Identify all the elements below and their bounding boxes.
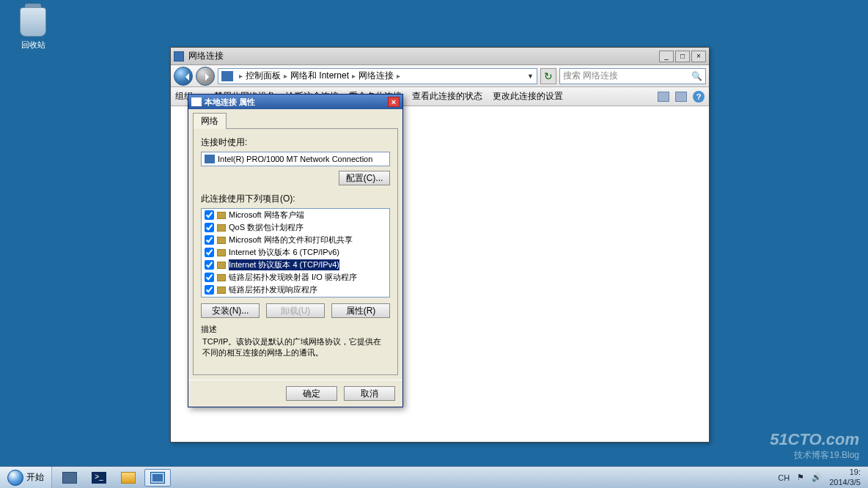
item-checkbox[interactable] [205, 210, 214, 220]
explorer-icon [121, 472, 136, 484]
taskbar-server-manager[interactable] [56, 469, 83, 487]
search-placeholder: 搜索 网络连接 [563, 70, 618, 82]
component-icon [217, 249, 226, 256]
dialog-icon [191, 97, 202, 106]
breadcrumb-3[interactable]: 网络连接 [358, 70, 394, 82]
window-icon [174, 51, 184, 62]
view-icon[interactable] [658, 92, 669, 102]
nav-bar: ▸ 控制面板 ▸ 网络和 Internet ▸ 网络连接 ▸ ▼ ↻ 搜索 网络… [171, 65, 709, 87]
description-text: TCP/IP。该协议是默认的广域网络协议，它提供在不同的相互连接的网络上的通讯。 [201, 335, 390, 367]
ok-button[interactable]: 确定 [286, 386, 337, 401]
address-dropdown[interactable]: ▼ [527, 73, 534, 80]
cancel-button[interactable]: 取消 [344, 386, 395, 401]
start-orb-icon [7, 470, 23, 486]
window-title: 网络连接 [188, 50, 224, 62]
tray-flag-icon[interactable]: ⚑ [797, 473, 804, 482]
clock-time: 19: [829, 467, 861, 477]
help-icon[interactable]: ? [693, 91, 705, 103]
preview-icon[interactable] [675, 92, 687, 102]
component-icon [217, 212, 226, 219]
component-icon [217, 286, 226, 294]
ime-indicator[interactable]: CH [778, 473, 790, 482]
server-icon [62, 472, 77, 484]
network-icon [150, 472, 165, 484]
refresh-button[interactable]: ↻ [540, 68, 556, 84]
list-item[interactable]: Microsoft 网络客户端 [202, 209, 389, 221]
taskbar: 开始 >_ CH ⚑ 🔊 19: 2014/3/5 [0, 466, 868, 488]
tray-volume-icon[interactable]: 🔊 [812, 473, 822, 482]
tab-network[interactable]: 网络 [193, 113, 227, 129]
configure-button[interactable]: 配置(C)... [339, 171, 390, 185]
toolbar-settings[interactable]: 更改此连接的设置 [493, 90, 563, 103]
nav-back-button[interactable] [174, 67, 193, 86]
close-button[interactable]: × [691, 51, 706, 62]
minimize-button[interactable]: _ [659, 51, 674, 62]
item-checkbox[interactable] [205, 273, 214, 282]
powershell-icon: >_ [92, 472, 106, 484]
item-checkbox[interactable] [205, 260, 214, 270]
start-button[interactable]: 开始 [0, 467, 52, 489]
breadcrumb-2[interactable]: 网络和 Internet [290, 70, 349, 82]
adapter-icon [205, 155, 215, 163]
search-icon[interactable]: 🔍 [691, 71, 702, 81]
description-label: 描述 [201, 324, 390, 335]
watermark: 51CTO.com 技术博客19.Blog [770, 430, 859, 462]
systray: CH ⚑ 🔊 19: 2014/3/5 [770, 467, 868, 487]
dialog-titlebar[interactable]: 本地连接 属性 × [188, 95, 402, 109]
dialog-title: 本地连接 属性 [205, 97, 255, 108]
component-icon [217, 262, 226, 269]
item-checkbox[interactable] [205, 248, 214, 257]
connect-using-label: 连接时使用: [201, 136, 390, 149]
adapter-field: Intel(R) PRO/1000 MT Network Connection [201, 152, 390, 166]
recycle-bin-icon [20, 7, 46, 37]
description-box: 描述 TCP/IP。该协议是默认的广域网络协议，它提供在不同的相互连接的网络上的… [201, 324, 390, 367]
component-icon [217, 224, 226, 232]
list-item[interactable]: QoS 数据包计划程序 [202, 221, 389, 234]
breadcrumb-1[interactable]: 控制面板 [246, 70, 281, 82]
taskbar-network[interactable] [144, 469, 171, 487]
uninstall-button: 卸载(U) [266, 303, 325, 318]
desktop-recycle-bin[interactable]: 回收站 [15, 7, 51, 51]
properties-dialog: 本地连接 属性 × 网络 连接时使用: Intel(R) PRO/1000 MT… [188, 94, 403, 407]
list-item[interactable]: 链路层拓扑发现映射器 I/O 驱动程序 [202, 271, 389, 284]
recycle-bin-label: 回收站 [15, 40, 51, 51]
start-label: 开始 [26, 471, 44, 484]
search-input[interactable]: 搜索 网络连接 🔍 [559, 68, 706, 84]
explorer-titlebar[interactable]: 网络连接 _ □ × [171, 48, 709, 65]
list-item[interactable]: Internet 协议版本 6 (TCP/IPv6) [202, 246, 389, 259]
nav-forward-button[interactable] [196, 67, 215, 86]
item-checkbox[interactable] [205, 235, 214, 245]
item-checkbox[interactable] [205, 285, 214, 295]
address-bar[interactable]: ▸ 控制面板 ▸ 网络和 Internet ▸ 网络连接 ▸ ▼ [218, 68, 537, 84]
dialog-close-button[interactable]: × [388, 97, 400, 107]
list-item-selected[interactable]: Internet 协议版本 4 (TCP/IPv4) [202, 259, 389, 271]
folder-icon [221, 71, 233, 81]
properties-button[interactable]: 属性(R) [331, 303, 390, 318]
taskbar-clock[interactable]: 19: 2014/3/5 [829, 467, 861, 487]
item-checkbox[interactable] [205, 223, 214, 232]
items-list: Microsoft 网络客户端 QoS 数据包计划程序 Microsoft 网络… [201, 208, 390, 297]
clock-date: 2014/3/5 [829, 478, 861, 487]
toolbar-status[interactable]: 查看此连接的状态 [412, 90, 482, 103]
list-item[interactable]: 链路层拓扑发现响应程序 [202, 284, 389, 296]
taskbar-explorer[interactable] [115, 469, 141, 487]
list-item[interactable]: Microsoft 网络的文件和打印机共享 [202, 234, 389, 246]
install-button[interactable]: 安装(N)... [201, 303, 260, 318]
adapter-name: Intel(R) PRO/1000 MT Network Connection [218, 155, 372, 163]
component-icon [217, 274, 226, 281]
taskbar-powershell[interactable]: >_ [86, 469, 112, 487]
items-label: 此连接使用下列项目(O): [201, 193, 390, 205]
maximize-button[interactable]: □ [675, 51, 690, 62]
component-icon [217, 237, 226, 244]
